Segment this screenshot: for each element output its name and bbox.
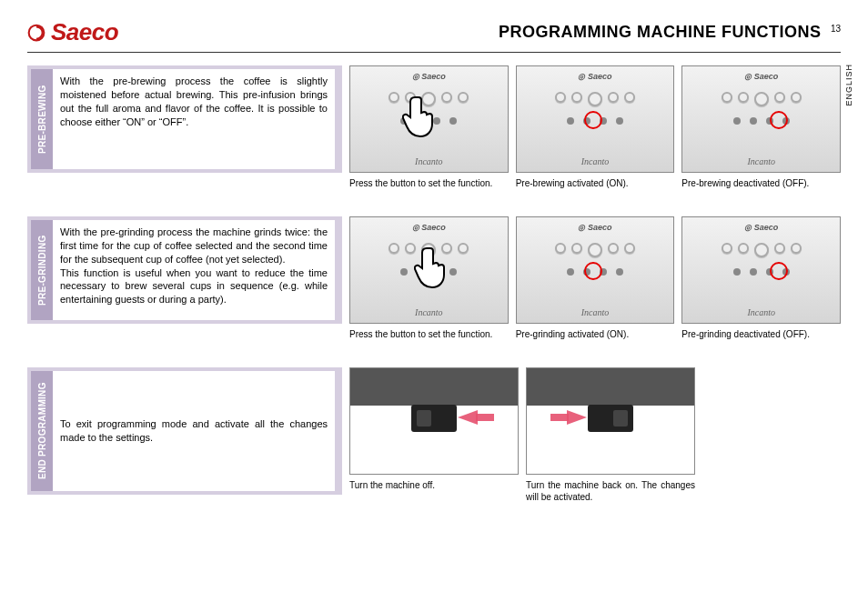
brand-name: Saeco [51,18,118,46]
thumb-turn-on: Turn the machine back on. The changes wi… [526,367,695,503]
section-text-pre-brewing: With the pre-brewing process the coffee … [53,69,335,169]
panel-model: Incanto [350,156,508,166]
panel-illustration: ◎ Saeco Incanto [681,65,841,173]
section-pre-brewing: PRE-BREWING With the pre-brewing process… [27,65,841,189]
highlight-ring-icon [584,262,602,280]
page-title-wrap: PROGRAMMING MACHINE FUNCTIONS 13 [499,23,841,42]
language-tab: ENGLISH [844,64,853,106]
section-label-end-programming: END PROGRAMMING [31,371,53,491]
switch-illustration-on [526,367,695,475]
pointing-hand-icon [402,94,439,139]
caption: Turn the machine off. [349,479,519,491]
panel-illustration: ◎ Saeco Incanto [516,65,675,173]
section-thumbs-pre-brewing: ◎ Saeco Incanto Press the button to set … [349,65,841,189]
caption: Pre-grinding deactivated (OFF). [681,328,841,340]
thumb-turn-off: Turn the machine off. [349,367,519,503]
pointing-hand-icon [414,245,450,290]
power-switch-icon [411,405,457,432]
section-header-block: END PROGRAMMING To exit programming mode… [27,367,342,495]
section-thumbs-end-programming: Turn the machine off. Turn the machine b… [349,367,695,503]
arrow-left-icon [458,410,478,425]
page-header: Saeco PROGRAMMING MACHINE FUNCTIONS 13 [27,18,841,53]
panel-illustration: ◎ Saeco Incanto [516,216,675,324]
highlight-ring-icon [770,262,788,280]
power-switch-icon [588,405,633,432]
switch-illustration-off [349,367,519,475]
saeco-swirl-icon [27,24,45,42]
section-text-end-programming: To exit programming mode and activate al… [53,371,335,491]
section-end-programming: END PROGRAMMING To exit programming mode… [27,367,841,503]
thumb-deactivated: ◎ Saeco Incanto Pre-brewing deactivated … [681,65,841,189]
caption: Pre-brewing activated (ON). [516,177,675,189]
arrow-right-icon [567,410,587,425]
manual-page: Saeco PROGRAMMING MACHINE FUNCTIONS 13 E… [0,0,868,612]
section-header-block: PRE-GRINDING With the pre-grinding proce… [27,216,342,324]
thumb-press-button: ◎ Saeco Incanto Press the button to set … [349,216,509,340]
caption: Pre-grinding activated (ON). [516,328,675,340]
highlight-ring-icon [584,111,602,129]
panel-illustration: ◎ Saeco Incanto [349,65,509,173]
caption: Turn the machine back on. The changes wi… [526,479,695,503]
section-pre-grinding: PRE-GRINDING With the pre-grinding proce… [27,216,841,340]
panel-illustration: ◎ Saeco Incanto [681,216,841,324]
panel-illustration: ◎ Saeco Incanto [349,216,509,324]
caption: Press the button to set the function. [349,177,509,189]
section-thumbs-pre-grinding: ◎ Saeco Incanto Press the button to set … [349,216,841,340]
panel-brand-icon: ◎ Saeco [350,72,508,81]
highlight-ring-icon [770,111,788,129]
page-title: PROGRAMMING MACHINE FUNCTIONS [499,23,822,41]
section-label-pre-brewing: PRE-BREWING [31,69,53,169]
thumb-deactivated: ◎ Saeco Incanto Pre-grinding deactivated… [681,216,841,340]
caption: Press the button to set the function. [349,328,509,340]
brand-logo: Saeco [27,18,118,46]
section-text-pre-grinding: With the pre-grinding process the machin… [53,220,335,320]
section-header-block: PRE-BREWING With the pre-brewing process… [27,65,342,173]
page-number: 13 [831,24,841,34]
thumb-press-button: ◎ Saeco Incanto Press the button to set … [349,65,509,189]
thumb-activated: ◎ Saeco Incanto Pre-brewing activated (O… [516,65,675,189]
section-label-pre-grinding: PRE-GRINDING [31,220,53,320]
thumb-activated: ◎ Saeco Incanto Pre-grinding activated (… [516,216,675,340]
caption: Pre-brewing deactivated (OFF). [681,177,841,189]
